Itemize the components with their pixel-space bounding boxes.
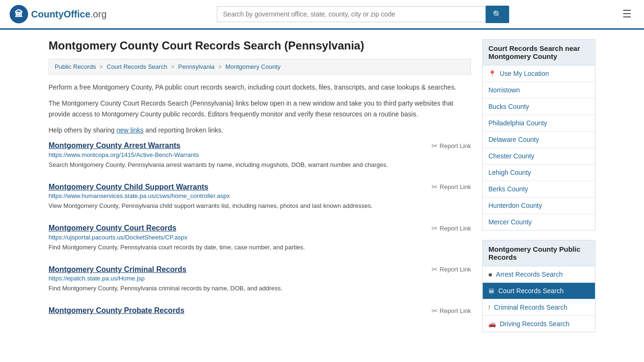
main-container: Montgomery County Court Records Search (…: [39, 30, 605, 351]
result-item-header: Montgomery County Arrest Warrants✂ Repor…: [49, 141, 471, 150]
sidebar-nearby-item[interactable]: Norristown: [483, 82, 595, 99]
sidebar-item-label: Driving Records Search: [500, 320, 570, 328]
breadcrumb: Public Records > Court Records Search > …: [49, 59, 471, 74]
scissors-icon: ✂: [431, 265, 438, 274]
report-link-button[interactable]: ✂ Report Link: [431, 224, 471, 233]
result-item: Montgomery County Arrest Warrants✂ Repor…: [49, 141, 471, 170]
result-url: https://ujsportal.pacourts.us/DocketShee…: [49, 234, 471, 241]
page-title: Montgomery County Court Records Search (…: [49, 39, 471, 52]
sidebar-item-label: Lehigh County: [488, 169, 531, 176]
result-title[interactable]: Montgomery County Arrest Warrants: [49, 141, 181, 150]
result-title[interactable]: Montgomery County Probate Records: [49, 306, 184, 315]
sidebar-item-label: Court Records Search: [498, 287, 564, 295]
scissors-icon: ✂: [431, 224, 438, 233]
svg-text:🏛: 🏛: [15, 9, 23, 19]
search-area: 🔍: [217, 6, 509, 23]
result-description: Find Montgomery County, Pennsylvania cou…: [49, 243, 471, 252]
location-pin-icon: 📍: [488, 70, 496, 77]
result-url: https://www.humanservices.state.pa.us/cs…: [49, 192, 471, 199]
result-url: https://epatch.state.pa.us/Home.jsp: [49, 275, 471, 282]
exclaim-icon: !: [488, 304, 490, 311]
logo[interactable]: 🏛 CountyOffice.org: [9, 5, 107, 24]
sidebar-nearby-item[interactable]: 📍Use My Location: [483, 66, 595, 82]
sidebar-item-label: Delaware County: [488, 136, 539, 143]
result-item-header: Montgomery County Criminal Records✂ Repo…: [49, 265, 471, 274]
logo-text: CountyOffice.org: [31, 9, 107, 20]
report-link-button[interactable]: ✂ Report Link: [431, 306, 471, 315]
description-3: Help others by sharing new links and rep…: [49, 125, 471, 135]
sidebar-item-label: Hunterdon County: [488, 202, 542, 209]
public-records-section: ■Arrest Records Search🏛Court Records Sea…: [482, 266, 595, 332]
scissors-icon: ✂: [431, 182, 438, 191]
search-input[interactable]: [217, 6, 486, 22]
result-description: Search Montgomery County, Pennsylvania a…: [49, 160, 471, 170]
sidebar-item-label: Chester County: [488, 152, 534, 160]
content-area: Montgomery County Court Records Search (…: [49, 39, 471, 342]
breadcrumb-sep-2: >: [171, 63, 176, 70]
result-title[interactable]: Montgomery County Court Records: [49, 224, 176, 232]
sidebar-public-records-item[interactable]: ■Arrest Records Search: [483, 266, 595, 283]
result-item-header: Montgomery County Child Support Warrants…: [49, 182, 471, 191]
breadcrumb-court-records[interactable]: Court Records Search: [107, 63, 167, 70]
menu-button[interactable]: ☰: [619, 5, 635, 23]
sidebar-public-records-item[interactable]: 🏛Court Records Search: [483, 283, 595, 299]
sidebar-public-records-item[interactable]: 🚗Driving Records Search: [483, 316, 595, 332]
result-title[interactable]: Montgomery County Criminal Records: [49, 265, 186, 274]
result-item: Montgomery County Court Records✂ Report …: [49, 224, 471, 252]
report-link-button[interactable]: ✂ Report Link: [431, 141, 471, 150]
sidebar-nearby-item[interactable]: Hunterdon County: [483, 197, 595, 214]
sidebar-item-label: Criminal Records Search: [494, 304, 568, 311]
result-url: https://www.montcopa.org/1415/Active-Ben…: [49, 151, 471, 158]
new-links-link[interactable]: new links: [116, 126, 144, 134]
result-item-header: Montgomery County Court Records✂ Report …: [49, 224, 471, 233]
sidebar: Court Records Search near Montgomery Cou…: [482, 39, 595, 342]
report-link-button[interactable]: ✂ Report Link: [431, 265, 471, 274]
sidebar-nearby-item[interactable]: Delaware County: [483, 132, 595, 148]
sidebar-item-label: Berks County: [488, 185, 528, 193]
result-title[interactable]: Montgomery County Child Support Warrants: [49, 183, 208, 191]
breadcrumb-montgomery[interactable]: Montgomery County: [225, 63, 281, 70]
breadcrumb-pennsylvania[interactable]: Pennsylvania: [178, 63, 215, 70]
sidebar-item-label: Bucks County: [488, 103, 529, 110]
square-icon: ■: [488, 271, 492, 278]
breadcrumb-sep-1: >: [99, 63, 105, 70]
description-2: The Montgomery County Court Records Sear…: [49, 98, 471, 119]
sidebar-item-label: Arrest Records Search: [496, 271, 563, 278]
site-header: 🏛 CountyOffice.org 🔍 ☰: [0, 0, 644, 30]
result-item-header: Montgomery County Probate Records✂ Repor…: [49, 306, 471, 315]
sidebar-nearby-item[interactable]: Bucks County: [483, 99, 595, 115]
result-description: Find Montgomery County, Pennsylvania cri…: [49, 284, 471, 293]
sidebar-public-records-item[interactable]: !Criminal Records Search: [483, 299, 595, 316]
scissors-icon: ✂: [431, 306, 438, 315]
result-item: Montgomery County Child Support Warrants…: [49, 182, 471, 211]
sidebar-nearby-item[interactable]: Lehigh County: [483, 165, 595, 181]
logo-icon: 🏛: [9, 5, 28, 24]
sidebar-nearby-item[interactable]: Berks County: [483, 181, 595, 197]
public-records-section-title: Montgomery County Public Records: [482, 240, 595, 266]
description-1: Perform a free Montgomery County, PA pub…: [49, 82, 471, 92]
result-item: Montgomery County Criminal Records✂ Repo…: [49, 265, 471, 293]
breadcrumb-public-records[interactable]: Public Records: [55, 63, 96, 70]
sidebar-item-label: Philadelphia County: [488, 119, 547, 127]
sidebar-nearby-item[interactable]: Philadelphia County: [483, 115, 595, 132]
hamburger-icon: ☰: [622, 8, 632, 20]
results-list: Montgomery County Arrest Warrants✂ Repor…: [49, 141, 471, 315]
result-item: Montgomery County Probate Records✂ Repor…: [49, 306, 471, 315]
sidebar-item-label: Mercer County: [488, 218, 532, 226]
breadcrumb-sep-3: >: [218, 63, 223, 70]
result-description: View Montgomery County, Pennsylvania chi…: [49, 201, 471, 211]
nearby-section: 📍Use My LocationNorristownBucks CountyPh…: [482, 66, 595, 230]
scissors-icon: ✂: [431, 141, 438, 150]
sidebar-nearby-item[interactable]: Mercer County: [483, 214, 595, 230]
building-icon: 🏛: [488, 288, 495, 295]
sidebar-item-label: Norristown: [488, 86, 520, 94]
nearby-section-title: Court Records Search near Montgomery Cou…: [482, 39, 595, 66]
sidebar-item-label: Use My Location: [500, 70, 549, 77]
sidebar-nearby-item[interactable]: Chester County: [483, 148, 595, 165]
report-link-button[interactable]: ✂ Report Link: [431, 182, 471, 191]
search-button[interactable]: 🔍: [486, 6, 509, 23]
search-icon: 🔍: [493, 10, 502, 18]
car-icon: 🚗: [488, 321, 496, 328]
